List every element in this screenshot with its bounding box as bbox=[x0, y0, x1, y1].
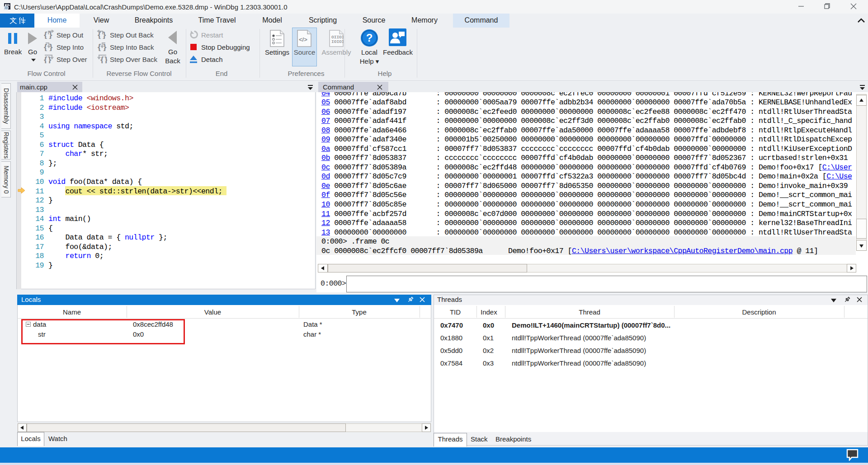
svg-text:}: } bbox=[103, 30, 106, 39]
svg-text:{: { bbox=[44, 55, 47, 63]
svg-text:}: } bbox=[104, 55, 107, 63]
svg-text:{: { bbox=[100, 55, 104, 63]
svg-text:?: ? bbox=[366, 32, 373, 44]
svg-text:IOIOI: IOIOI bbox=[331, 39, 344, 44]
svg-text:{: { bbox=[44, 30, 47, 39]
svg-text:{: { bbox=[98, 42, 101, 51]
svg-text:}: } bbox=[48, 55, 52, 63]
svg-text:</>: </> bbox=[299, 36, 307, 43]
